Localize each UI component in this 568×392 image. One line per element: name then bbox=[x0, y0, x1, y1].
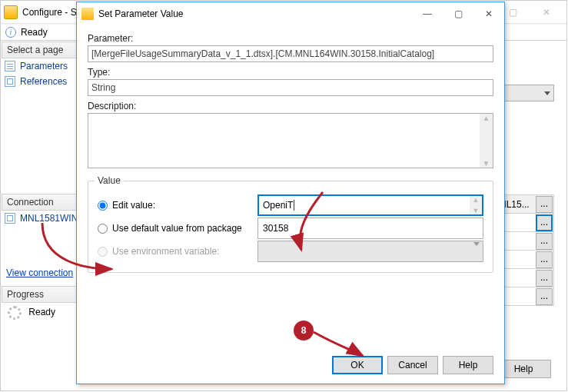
parameters-icon bbox=[5, 61, 15, 71]
description-label: Description: bbox=[88, 101, 493, 111]
type-label: Type: bbox=[88, 67, 493, 78]
set-parameter-dialog: Set Parameter Value — ▢ ✕ Parameter: [Me… bbox=[76, 2, 505, 384]
chevron-down-icon bbox=[473, 242, 480, 257]
env-var-label: Use environment variable: bbox=[112, 246, 219, 257]
dialog-title: Set Parameter Value bbox=[94, 8, 412, 19]
dialog-titlebar[interactable]: Set Parameter Value — ▢ ✕ bbox=[77, 2, 504, 25]
server-icon bbox=[5, 213, 15, 224]
env-var-combo bbox=[257, 241, 483, 262]
info-icon: i bbox=[5, 27, 16, 38]
edit-value-radio-input[interactable] bbox=[98, 201, 108, 211]
edit-input-scrollbar[interactable]: ▲ ▼ bbox=[470, 196, 482, 214]
edit-value-label: Edit value: bbox=[112, 200, 155, 211]
page-references-label: References bbox=[20, 76, 67, 87]
dialog-icon bbox=[81, 8, 94, 20]
grid-ellipsis-button[interactable]: ... bbox=[536, 233, 553, 250]
description-field[interactable]: ▲ ▼ bbox=[88, 113, 493, 168]
page-parameters-label: Parameters bbox=[20, 61, 68, 71]
grid-header-ellipsis[interactable]: ... bbox=[536, 196, 553, 213]
scroll-up-icon: ▲ bbox=[473, 196, 480, 204]
minimize-button[interactable]: — bbox=[412, 3, 443, 25]
parameter-label: Parameter: bbox=[88, 33, 493, 44]
default-value-field: 30158 bbox=[257, 218, 483, 239]
description-scrollbar[interactable]: ▲ ▼ bbox=[480, 114, 493, 168]
default-value-text: 30158 bbox=[263, 223, 288, 234]
parameter-field[interactable]: [MergeFileUsageSummaryData_v_1_1.dtsx].[… bbox=[88, 45, 493, 62]
connection-node-label: MNL1581WIN bbox=[20, 213, 78, 224]
app-icon bbox=[4, 5, 18, 19]
chevron-down-icon bbox=[544, 91, 550, 95]
progress-spinner-icon bbox=[8, 306, 22, 320]
cancel-button[interactable]: Cancel bbox=[387, 356, 438, 374]
scroll-down-icon: ▼ bbox=[483, 159, 490, 168]
env-var-radio: Use environment variable: bbox=[98, 246, 251, 257]
default-value-label: Use default value from package bbox=[112, 223, 242, 234]
env-var-radio-input bbox=[98, 247, 108, 257]
text-caret bbox=[294, 200, 294, 211]
default-value-radio-input[interactable] bbox=[98, 224, 108, 234]
value-legend: Value bbox=[95, 175, 124, 186]
scroll-down-icon: ▼ bbox=[473, 207, 480, 214]
edit-value-input[interactable]: OpeniT ▲ ▼ bbox=[257, 194, 483, 216]
edit-value-radio[interactable]: Edit value: bbox=[98, 200, 251, 211]
dialog-body: Parameter: [MergeFileUsageSummaryData_v_… bbox=[77, 25, 504, 347]
type-value: String bbox=[91, 82, 115, 93]
grid-ellipsis-button[interactable]: ... bbox=[536, 288, 553, 305]
scroll-up-icon: ▲ bbox=[483, 114, 490, 122]
close-button[interactable]: ✕ bbox=[473, 3, 504, 25]
close-button-bg: ✕ bbox=[530, 2, 563, 23]
grid-ellipsis-button[interactable]: ... bbox=[536, 214, 553, 231]
maximize-button[interactable]: ▢ bbox=[443, 3, 473, 25]
ok-button[interactable]: OK bbox=[332, 356, 383, 374]
dialog-help-button[interactable]: Help bbox=[443, 356, 493, 374]
grid-ellipsis-button[interactable]: ... bbox=[536, 251, 553, 268]
progress-status-label: Ready bbox=[28, 307, 55, 317]
default-value-radio[interactable]: Use default value from package bbox=[98, 223, 251, 234]
dialog-button-row: OK Cancel Help bbox=[77, 347, 504, 384]
grid-ellipsis-button[interactable]: ... bbox=[536, 270, 553, 287]
view-connection-link[interactable]: View connection bbox=[2, 264, 78, 281]
edit-value-text: OpeniT bbox=[263, 200, 293, 211]
ready-text: Ready bbox=[21, 27, 48, 38]
references-icon bbox=[5, 76, 15, 87]
value-group: Value Edit value: OpeniT ▲ ▼ Use d bbox=[88, 181, 493, 273]
parameter-value: [MergeFileUsageSummaryData_v_1_1.dtsx].[… bbox=[91, 48, 434, 59]
type-field[interactable]: String bbox=[88, 79, 493, 96]
